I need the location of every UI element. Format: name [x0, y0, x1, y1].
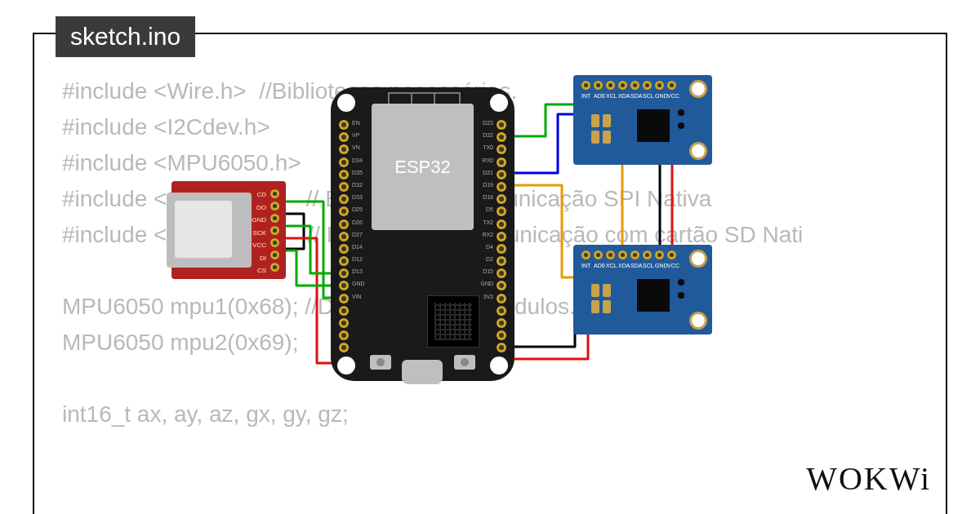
mpu2-labels: INTAD0XCLXDASDASCLGNDVCC [581, 263, 676, 268]
wokwi-logo: WOKWi [806, 459, 931, 498]
mpu6050-module-2[interactable]: INTAD0XCLXDASDASCLGNDVCC [573, 245, 712, 335]
chip-icon [637, 109, 670, 142]
code-line: #include <I2Cdev.h> [62, 114, 270, 140]
boot-button[interactable] [454, 355, 475, 370]
pin-header-right[interactable] [497, 120, 506, 352]
sd-pins[interactable] [270, 189, 279, 272]
pin-labels-right: D23D22TX0RX0D21D19D18D5TX2RX2D4D2D15GND3… [480, 120, 493, 299]
file-tab[interactable]: sketch.ino [56, 16, 195, 57]
mpu1-labels: INTAD0XCLXDASDASCLGNDVCC [581, 93, 676, 99]
sd-card-module[interactable]: CDDOGNDSCKVCCDICS [172, 181, 286, 279]
sd-labels: CDDOGNDSCKVCCDICS [252, 190, 266, 275]
esp32-board[interactable]: ESP32 ENVPVND34D35D32D33D25D26D27D14D12D… [331, 87, 514, 381]
usb-port-icon [402, 360, 443, 384]
sd-slot-icon [167, 193, 252, 268]
pin-header-left[interactable] [339, 120, 349, 352]
esp32-shield: ESP32 [372, 104, 474, 230]
chip-icon [637, 279, 670, 312]
reset-button[interactable] [370, 355, 391, 370]
chip-icon [427, 295, 479, 348]
code-line: MPU6050 mpu2(0x69); [62, 330, 298, 355]
mpu2-pins[interactable] [581, 250, 676, 259]
mpu1-pins[interactable] [581, 81, 676, 90]
mpu6050-module-1[interactable]: INTAD0XCLXDASDASCLGNDVCC [573, 75, 712, 165]
pin-labels-left: ENVPVND34D35D32D33D25D26D27D14D12D13GNDV… [352, 120, 365, 299]
code-line: #include <MPU6050.h> [62, 150, 301, 175]
code-line: int16_t ax, ay, az, gx, gy, gz; [62, 401, 349, 427]
